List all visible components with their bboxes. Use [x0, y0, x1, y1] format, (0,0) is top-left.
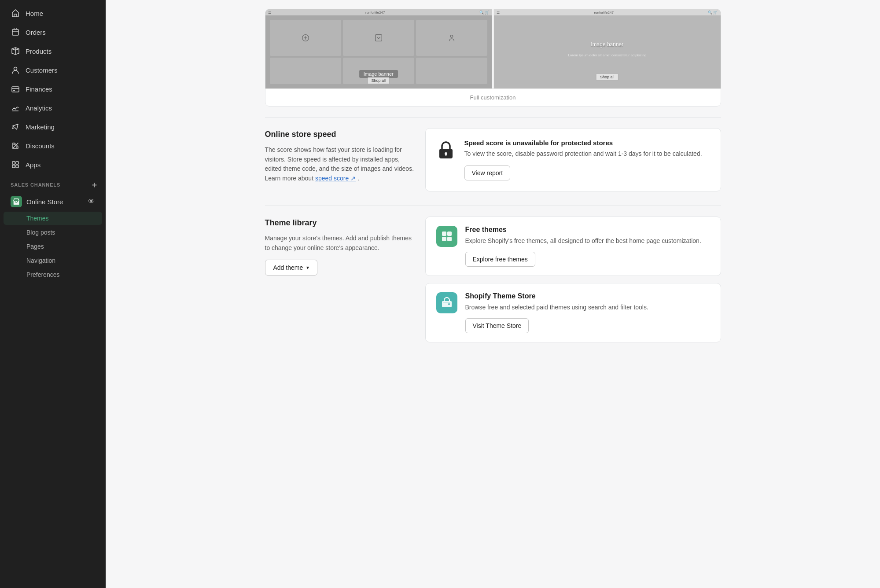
theme-library-right: Free themes Explore Shopify's free theme… [425, 217, 721, 342]
sidebar-sub-item-blog-posts[interactable]: Blog posts [4, 226, 102, 239]
speed-section-description: The score shows how fast your store is l… [265, 145, 415, 184]
view-report-button[interactable]: View report [464, 165, 511, 180]
speed-section-title: Online store speed [265, 130, 415, 139]
sidebar-sub-item-preferences[interactable]: Preferences [4, 268, 102, 281]
svg-rect-21 [442, 237, 446, 241]
sidebar-item-analytics[interactable]: Analytics [4, 99, 102, 117]
sidebar-item-label-products: Products [26, 48, 52, 55]
preview-image-2: ☰ runforlife247 🔍 🛒 Image banner Lorem i… [493, 9, 721, 88]
sidebar-item-discounts[interactable]: Discounts [4, 136, 102, 155]
sidebar-item-label-marketing: Marketing [26, 123, 55, 131]
sidebar-item-label-orders: Orders [26, 29, 46, 36]
svg-rect-20 [447, 232, 452, 236]
svg-rect-9 [16, 162, 18, 164]
shopify-theme-store-card: Shopify Theme Store Browse free and sele… [425, 283, 721, 342]
finances-icon [11, 84, 20, 94]
sidebar-item-label-analytics: Analytics [26, 104, 52, 112]
free-themes-icon [441, 230, 453, 243]
free-themes-title: Free themes [465, 226, 701, 234]
free-themes-text: Free themes Explore Shopify's free theme… [465, 226, 701, 267]
online-store-label: Online Store [26, 198, 84, 206]
svg-point-3 [14, 67, 17, 70]
svg-rect-4 [12, 87, 19, 92]
main-content: ☰ runforlife247 🔍 🛒 [106, 0, 880, 588]
add-theme-caret-icon: ▾ [306, 265, 309, 271]
sidebar-item-home[interactable]: Home [4, 4, 102, 22]
sidebar-item-label-discounts: Discounts [26, 142, 55, 150]
home-icon [11, 8, 20, 18]
speed-section: Online store speed The score shows how f… [265, 128, 721, 191]
image-banner-label-2: Image banner [591, 41, 623, 48]
svg-point-1 [14, 28, 15, 29]
explore-free-themes-button[interactable]: Explore free themes [465, 252, 535, 267]
sidebar-sub-item-pages[interactable]: Pages [4, 240, 102, 253]
svg-rect-23 [442, 301, 452, 307]
marketing-icon [11, 122, 20, 132]
shopify-theme-store-icon [441, 297, 453, 309]
svg-rect-18 [445, 154, 446, 156]
sidebar-item-orders[interactable]: Orders [4, 23, 102, 41]
svg-point-24 [448, 303, 450, 305]
theme-preview-card: ☰ runforlife247 🔍 🛒 [265, 9, 721, 107]
analytics-icon [11, 103, 20, 113]
customers-icon [11, 65, 20, 75]
divider-1 [265, 117, 721, 118]
visit-theme-store-button[interactable]: Visit Theme Store [465, 318, 529, 333]
preview-store-icon[interactable]: 👁 [88, 198, 95, 206]
sidebar-item-finances[interactable]: Finances [4, 80, 102, 98]
free-themes-card: Free themes Explore Shopify's free theme… [425, 217, 721, 276]
online-store-parent[interactable]: Online Store 👁 [4, 192, 102, 211]
sidebar: Home Orders Products Customers Finances [0, 0, 106, 588]
lock-icon-box [436, 140, 456, 159]
sidebar-item-products[interactable]: Products [4, 42, 102, 60]
shopify-theme-store-icon-box [436, 292, 457, 313]
theme-library-section: Theme library Manage your store's themes… [265, 217, 721, 342]
svg-rect-5 [13, 90, 15, 91]
discounts-icon [11, 141, 20, 151]
svg-rect-8 [12, 162, 15, 164]
free-themes-description: Explore Shopify's free themes, all desig… [465, 236, 701, 246]
products-icon [11, 46, 20, 56]
svg-rect-11 [16, 165, 18, 168]
preview-footer-label: Full customization [265, 88, 721, 106]
sidebar-item-label-home: Home [26, 10, 43, 17]
sidebar-item-label-finances: Finances [26, 85, 52, 93]
svg-point-7 [16, 147, 18, 148]
lock-icon [438, 140, 454, 159]
sales-channels-label: SALES CHANNELS ＋ [0, 174, 106, 192]
orders-icon [11, 27, 20, 37]
free-themes-icon-box [436, 226, 457, 247]
svg-rect-10 [12, 165, 15, 168]
add-theme-button[interactable]: Add theme ▾ [265, 260, 318, 276]
speed-section-right: Speed score is unavailable for protected… [425, 128, 721, 191]
speed-section-left: Online store speed The score shows how f… [265, 128, 415, 191]
svg-point-2 [16, 28, 17, 29]
sidebar-item-label-customers: Customers [26, 66, 58, 74]
speed-score-link[interactable]: speed score ↗ [315, 175, 356, 182]
preview-image-1: ☰ runforlife247 🔍 🛒 [265, 9, 493, 88]
speed-card-description: To view the score, disable password prot… [464, 149, 702, 158]
svg-rect-14 [375, 35, 382, 41]
svg-rect-22 [447, 237, 452, 241]
svg-point-15 [450, 35, 453, 38]
apps-icon [11, 160, 20, 169]
svg-point-6 [14, 144, 15, 145]
theme-library-description: Manage your store's themes. Add and publ… [265, 234, 415, 253]
theme-library-left: Theme library Manage your store's themes… [265, 217, 415, 276]
shopify-theme-store-description: Browse free and selected paid themes usi… [465, 303, 648, 312]
speed-unavailable-card: Speed score is unavailable for protected… [425, 128, 721, 191]
theme-library-title: Theme library [265, 218, 415, 228]
sidebar-sub-item-themes[interactable]: Themes [4, 212, 102, 225]
sidebar-item-customers[interactable]: Customers [4, 61, 102, 79]
sidebar-item-apps[interactable]: Apps [4, 155, 102, 174]
speed-card-text: Speed score is unavailable for protected… [464, 139, 702, 180]
divider-2 [265, 206, 721, 206]
online-store-icon [11, 196, 22, 207]
sidebar-item-marketing[interactable]: Marketing [4, 118, 102, 136]
sidebar-item-label-apps: Apps [26, 161, 41, 169]
shopify-theme-store-title: Shopify Theme Store [465, 292, 648, 300]
shopify-theme-store-text: Shopify Theme Store Browse free and sele… [465, 292, 648, 333]
sidebar-sub-item-navigation[interactable]: Navigation [4, 254, 102, 267]
svg-rect-19 [442, 232, 446, 236]
add-sales-channel-icon[interactable]: ＋ [90, 180, 99, 190]
